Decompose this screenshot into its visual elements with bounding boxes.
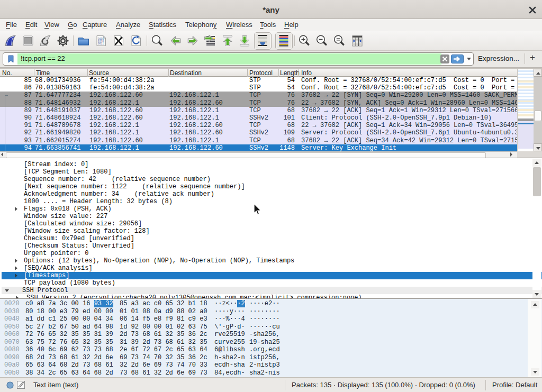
svg-text:0011: 0011 [98, 42, 104, 45]
